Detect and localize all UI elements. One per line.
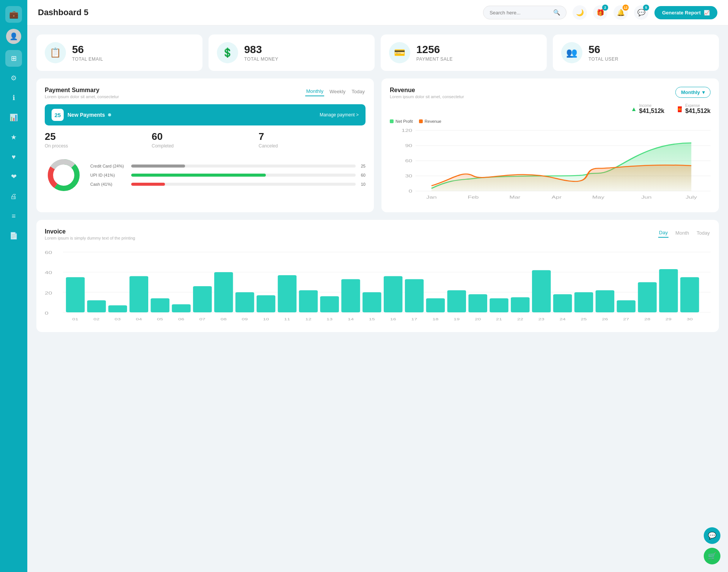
new-payments-label: New Payments — [67, 112, 111, 118]
sidebar-item-heart[interactable]: ♥ — [5, 149, 22, 165]
stat-card-user: 👥 56 TOTAL USER — [553, 34, 719, 71]
money-value: 983 — [244, 44, 278, 56]
invoice-bar — [362, 292, 381, 312]
svg-text:03: 03 — [115, 317, 121, 321]
svg-text:11: 11 — [284, 317, 290, 321]
money-icon: 💲 — [217, 42, 238, 63]
sidebar-item-heart2[interactable]: ❤ — [5, 168, 22, 185]
svg-text:16: 16 — [390, 317, 396, 321]
legend-revenue: Revenue — [419, 119, 441, 124]
tab-weekly[interactable]: Weekly — [329, 87, 346, 96]
invoice-tab-day[interactable]: Day — [658, 228, 668, 238]
search-box[interactable]: 🔍 — [483, 6, 566, 19]
svg-text:40: 40 — [45, 270, 52, 275]
legend-net-profit: Net Profit — [390, 119, 413, 124]
user-avatar[interactable]: 👤 — [6, 29, 21, 44]
income-value: $41,512k — [639, 108, 665, 114]
user-value: 56 — [588, 44, 618, 56]
svg-text:04: 04 — [136, 317, 142, 321]
invoice-tabs: Day Month Today — [658, 228, 711, 238]
svg-text:90: 90 — [405, 144, 412, 148]
payment-tabs: Monthly Weekly Today — [305, 87, 366, 96]
invoice-bar — [405, 279, 424, 312]
mid-row: Payment Summary Lorem ipsum dolor sit am… — [36, 78, 719, 212]
bar-chart-icon: 📈 — [704, 10, 710, 16]
bar-upi: UPI ID (41%) 60 — [90, 173, 366, 177]
revenue-header: Revenue Lorem ipsum dolor sit amet, cons… — [390, 87, 711, 99]
sidebar-item-dashboard[interactable]: ⊞ — [5, 50, 22, 67]
chat-btn[interactable]: 💬 5 — [634, 5, 648, 20]
stat-canceled: 7 Canceled — [259, 131, 366, 149]
invoice-bar — [574, 292, 593, 312]
bell-btn[interactable]: 🔔 12 — [613, 5, 628, 20]
invoice-bar — [87, 300, 106, 312]
stat-card-money: 💲 983 TOTAL MONEY — [209, 34, 375, 71]
upi-track — [131, 174, 356, 177]
tab-monthly[interactable]: Monthly — [305, 87, 324, 96]
sidebar-item-star[interactable]: ★ — [5, 129, 22, 146]
legend-dot-revenue — [419, 119, 423, 123]
svg-text:30: 30 — [687, 317, 693, 321]
payment-summary-title: Payment Summary — [45, 87, 119, 94]
cash-label: Cash (41%) — [90, 182, 128, 186]
search-input[interactable] — [490, 10, 550, 16]
cart-float-btn[interactable]: 🛒 — [704, 548, 720, 564]
svg-text:14: 14 — [348, 317, 354, 321]
invoice-bar — [532, 270, 551, 312]
invoice-bar — [299, 290, 317, 312]
svg-text:25: 25 — [581, 317, 587, 321]
revenue-subtitle: Lorem ipsum dolor sit amet, consectetur — [390, 94, 464, 99]
svg-text:06: 06 — [178, 317, 184, 321]
generate-report-button[interactable]: Generate Report 📈 — [654, 6, 717, 19]
svg-text:Mar: Mar — [509, 195, 521, 200]
svg-text:30: 30 — [405, 174, 412, 179]
invoice-tab-today[interactable]: Today — [696, 228, 711, 238]
svg-text:13: 13 — [326, 317, 333, 321]
svg-text:0: 0 — [45, 311, 49, 315]
floating-buttons: 💬 🛒 — [704, 527, 720, 564]
header: Dashboard 5 🔍 🌙 🎁 2 🔔 12 💬 5 Generate Re… — [27, 0, 728, 25]
svg-text:24: 24 — [560, 317, 566, 321]
theme-toggle-btn[interactable]: 🌙 — [573, 5, 587, 20]
invoice-bar — [235, 292, 254, 312]
upi-fill — [131, 174, 266, 177]
sidebar-item-settings[interactable]: ⚙ — [5, 70, 22, 86]
donut-chart — [45, 156, 83, 194]
invoice-bar — [278, 275, 297, 312]
revenue-monthly-dropdown[interactable]: Monthly ▾ — [675, 87, 711, 98]
tab-today[interactable]: Today — [351, 87, 366, 96]
payment-summary-header: Payment Summary Lorem ipsum dolor sit am… — [45, 87, 366, 99]
gift-btn[interactable]: 🎁 2 — [593, 5, 607, 20]
invoice-bar — [490, 298, 508, 312]
credit-val: 25 — [359, 164, 366, 168]
revenue-card: Revenue Lorem ipsum dolor sit amet, cons… — [381, 78, 719, 212]
sidebar-item-list[interactable]: ≡ — [5, 208, 22, 224]
payment-bars: Credit Card (24%) 25 UPI ID (41%) 60 — [90, 164, 366, 186]
stat-card-payment: 💳 1256 PAYMENT SALE — [381, 34, 547, 71]
svg-text:Feb: Feb — [468, 195, 479, 200]
invoice-section: Invoice Lorem ipsum is simply dummy text… — [36, 220, 719, 332]
invoice-tab-month[interactable]: Month — [675, 228, 690, 238]
support-float-btn[interactable]: 💬 — [704, 527, 720, 544]
stat-on-process: 25 On process — [45, 131, 152, 149]
invoice-bar — [447, 290, 466, 312]
svg-text:15: 15 — [369, 317, 375, 321]
bell-badge: 12 — [623, 5, 629, 11]
sidebar-item-chart[interactable]: 📊 — [5, 109, 22, 126]
revenue-chart-svg: 120 90 60 30 0 Jan Feb Mar Apr May Jun J… — [390, 127, 711, 202]
email-icon: 📋 — [45, 42, 66, 63]
sidebar-item-info[interactable]: ℹ — [5, 89, 22, 106]
sidebar-item-docs[interactable]: 📄 — [5, 227, 22, 244]
sidebar-item-print[interactable]: 🖨 — [5, 188, 22, 205]
svg-text:23: 23 — [538, 317, 544, 321]
invoice-bar — [659, 269, 678, 312]
payment-bottom: Credit Card (24%) 25 UPI ID (41%) 60 — [45, 156, 366, 194]
manage-payment-link[interactable]: Manage payment > — [320, 112, 359, 118]
email-label: TOTAL EMAIL — [72, 56, 103, 62]
user-icon: 👥 — [561, 42, 582, 63]
svg-text:27: 27 — [623, 317, 629, 321]
svg-text:22: 22 — [517, 317, 523, 321]
cash-val: 10 — [359, 182, 366, 186]
income-title: Income — [639, 103, 665, 108]
svg-text:120: 120 — [402, 129, 413, 133]
